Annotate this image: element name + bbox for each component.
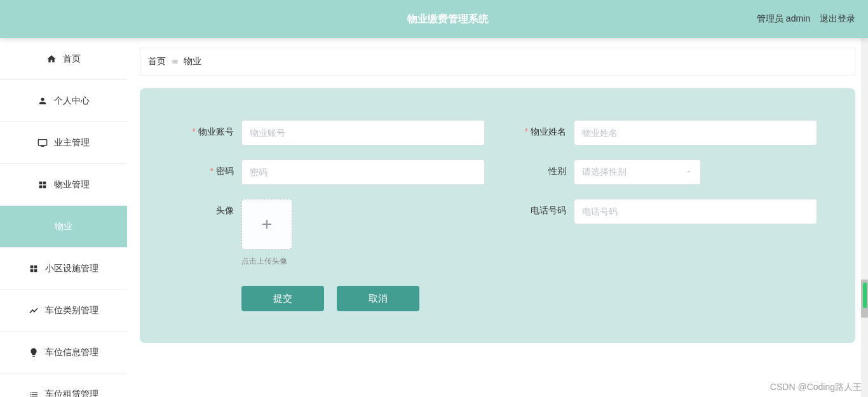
sidebar-item-parking-lease[interactable]: 车位租赁管理: [0, 373, 127, 397]
sidebar-item-parking-info[interactable]: 车位信息管理: [0, 332, 127, 373]
breadcrumb-sep-icon: [171, 58, 179, 65]
bulb-icon: [29, 347, 39, 358]
phone-label: 电话号码: [510, 199, 574, 217]
breadcrumb-home[interactable]: 首页: [148, 56, 166, 67]
password-label: *密码: [178, 159, 241, 177]
gender-label: 性别: [510, 159, 574, 177]
submit-button[interactable]: 提交: [241, 286, 324, 311]
scroll-indicator: [863, 283, 867, 308]
phone-input[interactable]: [574, 199, 817, 224]
person-icon: [37, 96, 48, 106]
name-input[interactable]: [574, 120, 817, 145]
chart-icon: [29, 306, 39, 316]
gender-select[interactable]: 请选择性别: [574, 159, 701, 185]
sidebar-item-label: 物业管理: [54, 179, 90, 191]
sidebar-item-label: 车位租赁管理: [45, 389, 98, 398]
field-account: *物业账号: [178, 120, 485, 145]
sidebar-item-label: 车位信息管理: [45, 347, 98, 358]
sidebar-item-label: 物业: [55, 221, 72, 232]
account-input[interactable]: [241, 120, 485, 145]
header-user-area: 管理员 admin 退出登录: [757, 13, 855, 25]
grid-icon: [37, 180, 48, 190]
scrollbar-track[interactable]: [861, 0, 868, 397]
grid-icon: [29, 264, 39, 274]
plus-icon: +: [262, 214, 272, 234]
home-icon: [46, 54, 57, 64]
sidebar-item-label: 小区设施管理: [45, 263, 98, 274]
password-input[interactable]: [241, 159, 485, 185]
monitor-icon: [37, 138, 48, 148]
field-phone: 电话号码: [510, 199, 817, 267]
app-title: 物业缴费管理系统: [407, 13, 489, 26]
breadcrumb-current: 物业: [184, 56, 201, 67]
sidebar-item-parking-type[interactable]: 车位类别管理: [0, 290, 127, 332]
main-content: 首页 物业 *物业账号 *物业姓名 *密码: [127, 38, 868, 397]
user-label[interactable]: 管理员 admin: [757, 13, 810, 25]
sidebar-item-label: 业主管理: [54, 137, 90, 149]
sidebar-item-property-mgmt[interactable]: 物业管理: [0, 164, 127, 206]
account-label: *物业账号: [178, 120, 241, 138]
sidebar-item-facility[interactable]: 小区设施管理: [0, 248, 127, 290]
name-label: *物业姓名: [510, 120, 574, 138]
field-name: *物业姓名: [510, 120, 817, 145]
sidebar-item-profile[interactable]: 个人中心: [0, 80, 127, 122]
field-avatar: 头像 + 点击上传头像: [178, 199, 485, 267]
sidebar: 首页 个人中心 业主管理 物业管理 物业 小区设施管理 车位类别管理 车位信息管…: [0, 38, 127, 397]
field-gender: 性别 请选择性别: [510, 159, 817, 185]
sidebar-item-label: 车位类别管理: [45, 305, 98, 316]
chevron-down-icon: [685, 167, 693, 177]
avatar-label: 头像: [178, 199, 241, 217]
list-icon: [29, 389, 39, 398]
app-header: 物业缴费管理系统 管理员 admin 退出登录: [0, 0, 868, 38]
cancel-button[interactable]: 取消: [337, 286, 419, 311]
avatar-hint: 点击上传头像: [241, 256, 485, 267]
sidebar-item-owner[interactable]: 业主管理: [0, 122, 127, 164]
avatar-upload[interactable]: +: [241, 199, 292, 250]
sidebar-item-property[interactable]: 物业: [0, 206, 127, 248]
form-card: *物业账号 *物业姓名 *密码 性别: [140, 88, 855, 343]
sidebar-item-home[interactable]: 首页: [0, 38, 127, 80]
logout-link[interactable]: 退出登录: [820, 13, 855, 25]
breadcrumb: 首页 物业: [140, 48, 855, 76]
sidebar-item-label: 首页: [63, 53, 81, 65]
form-actions: 提交 取消: [178, 286, 817, 311]
sidebar-item-label: 个人中心: [54, 95, 90, 107]
field-password: *密码: [178, 159, 485, 185]
